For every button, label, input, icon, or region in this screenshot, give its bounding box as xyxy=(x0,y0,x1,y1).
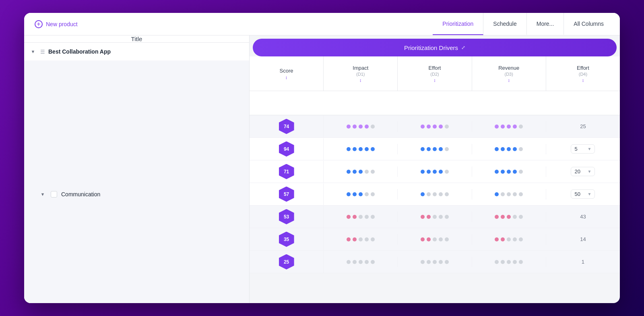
dot xyxy=(501,237,505,241)
test-score-hex: 25 xyxy=(279,254,294,270)
tab-all-columns[interactable]: All Columns xyxy=(564,13,613,35)
dot xyxy=(365,147,369,151)
messaging-score-cell: 94 xyxy=(250,138,324,160)
add-delete-effort-value: 50 xyxy=(574,191,580,197)
dot xyxy=(347,147,351,151)
auth-effort-d2-cell xyxy=(398,212,472,222)
dot xyxy=(445,192,449,196)
add-delete-revenue-cell xyxy=(472,189,546,200)
communication-score-cell: 74 xyxy=(250,116,324,137)
dot xyxy=(365,170,369,174)
chat-option-score-hex: 71 xyxy=(279,164,294,179)
admin-team-effort-d2-dots xyxy=(421,237,449,241)
test-right-cells: 25 xyxy=(250,251,620,273)
revenue-col-header: Revenue (D3) ↕ xyxy=(472,56,546,91)
dot xyxy=(439,147,443,151)
messaging-effort-d4-cell: 5 ▼ xyxy=(546,141,620,157)
test-revenue-dots xyxy=(495,260,523,264)
add-delete-score-cell: 57 xyxy=(250,183,324,205)
tab-schedule[interactable]: Schedule xyxy=(483,13,526,35)
chat-option-effort-d4-cell: 20 ▼ xyxy=(546,164,620,179)
add-delete-score-hex: 57 xyxy=(279,187,294,202)
dot xyxy=(439,237,443,241)
impact-col-header: Impact (D1) ↕ xyxy=(324,56,398,91)
dot xyxy=(433,170,437,174)
auth-effort-d4-cell: 43 xyxy=(546,210,620,223)
dot xyxy=(427,170,431,174)
messaging-effort-d2-dots xyxy=(421,147,449,151)
admin-team-revenue-cell xyxy=(472,234,546,245)
dot xyxy=(427,215,431,219)
messaging-score-hex: 94 xyxy=(279,141,294,157)
dot xyxy=(513,260,517,264)
dot xyxy=(433,237,437,241)
auth-impact-cell xyxy=(324,212,398,222)
chat-option-effort-dropdown[interactable]: 20 ▼ xyxy=(571,167,595,176)
dot xyxy=(445,260,449,264)
add-delete-effort-d2-dots xyxy=(421,192,449,196)
tab-prioritization[interactable]: Prioritization xyxy=(433,13,483,35)
admin-team-effort-d4-cell: 14 xyxy=(546,233,620,245)
communication-chevron[interactable]: ▼ xyxy=(39,190,47,198)
dot xyxy=(445,170,449,174)
dot xyxy=(365,237,369,241)
dot xyxy=(519,170,523,174)
dot xyxy=(513,147,517,151)
dot xyxy=(359,170,363,174)
chat-option-effort-d2-dots xyxy=(421,170,449,174)
dot xyxy=(501,192,505,196)
chat-option-revenue-dots xyxy=(495,170,523,174)
messaging-impact-cell xyxy=(324,144,398,154)
messaging-effort-value: 5 xyxy=(574,146,577,152)
dot xyxy=(347,237,351,241)
dot xyxy=(359,125,363,129)
test-revenue-cell xyxy=(472,257,546,267)
dot xyxy=(421,215,425,219)
main-layout: Title ▼ ☰ Best Collaboration App ▼ Commu… xyxy=(24,35,620,303)
dot xyxy=(439,125,443,129)
admin-team-effort-d4-value: 14 xyxy=(580,236,586,242)
communication-effort-d4-value: 25 xyxy=(580,123,586,129)
dot xyxy=(519,237,523,241)
add-delete-effort-dropdown[interactable]: 50 ▼ xyxy=(571,189,595,199)
communication-impact-dots xyxy=(347,125,375,129)
test-effort-d2-cell xyxy=(398,257,472,267)
toolbar: + New product Prioritization Schedule Mo… xyxy=(24,13,620,35)
auth-revenue-dots xyxy=(495,215,523,219)
add-delete-impact-cell xyxy=(324,189,398,200)
dot xyxy=(501,215,505,219)
bca-chevron-down[interactable]: ▼ xyxy=(29,48,37,56)
dot xyxy=(427,237,431,241)
messaging-effort-dropdown[interactable]: 5 ▼ xyxy=(571,144,595,154)
dot xyxy=(359,215,363,219)
dot xyxy=(507,237,511,241)
dot xyxy=(439,215,443,219)
dot xyxy=(371,125,375,129)
dot xyxy=(365,260,369,264)
dot xyxy=(421,192,425,196)
communication-checkbox[interactable] xyxy=(51,191,57,198)
tab-more[interactable]: More... xyxy=(527,13,564,35)
drivers-banner[interactable]: Prioritization Drivers ⤢ xyxy=(253,39,617,56)
add-delete-impact-dots xyxy=(347,192,375,196)
dot xyxy=(501,260,505,264)
dot xyxy=(507,192,511,196)
dot xyxy=(507,215,511,219)
chat-option-score-cell: 71 xyxy=(250,161,324,183)
dot xyxy=(433,192,437,196)
communication-effort-d2-cell xyxy=(398,121,472,132)
dot xyxy=(433,125,437,129)
dot xyxy=(433,215,437,219)
new-product-button[interactable]: + New product xyxy=(31,18,82,31)
dot xyxy=(439,170,443,174)
dot xyxy=(519,147,523,151)
dot xyxy=(371,215,375,219)
dot xyxy=(445,215,449,219)
right-panel: Prioritization Drivers ⤢ Score ↕ Impact … xyxy=(250,35,620,303)
dot xyxy=(445,237,449,241)
communication-title: Communication xyxy=(61,191,100,198)
tab-bar: Prioritization Schedule More... All Colu… xyxy=(433,13,613,35)
bca-right-empty xyxy=(250,91,620,115)
dot xyxy=(421,170,425,174)
communication-revenue-dots xyxy=(495,125,523,129)
